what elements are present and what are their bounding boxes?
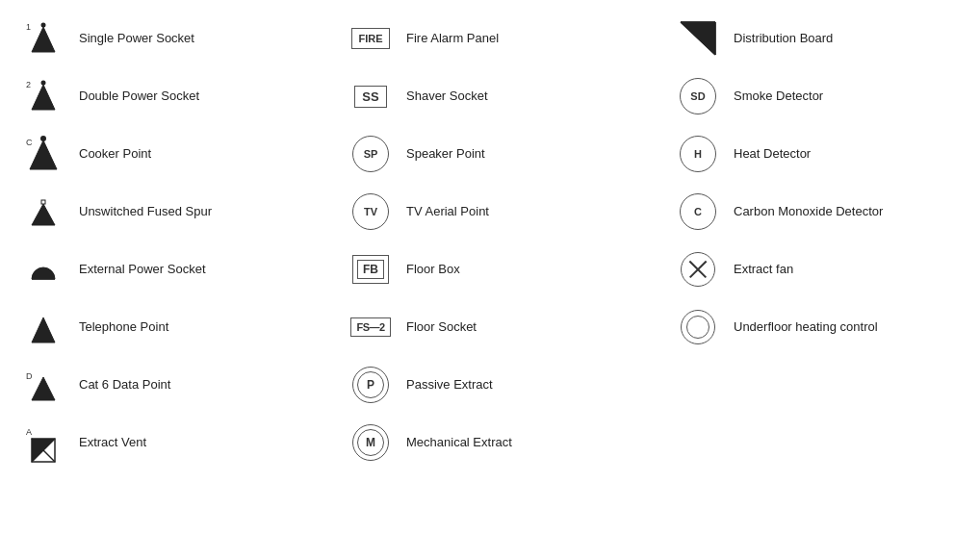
item-floor-box: FB Floor Box bbox=[343, 241, 670, 298]
label-single-power-socket: Single Power Socket bbox=[79, 31, 194, 47]
symbol-heat-detector: H bbox=[674, 136, 722, 172]
item-distribution-board: Distribution Board bbox=[670, 10, 980, 67]
item-shaver-socket: SS Shaver Socket bbox=[343, 67, 670, 125]
item-extract-vent: A Extract Vent bbox=[15, 414, 343, 471]
svg-text:A: A bbox=[26, 427, 32, 437]
svg-marker-9 bbox=[32, 204, 55, 225]
symbol-telephone-point bbox=[19, 306, 67, 348]
svg-marker-4 bbox=[32, 85, 55, 110]
item-single-power-socket: 1 Single Power Socket bbox=[15, 10, 343, 67]
symbol-cat6-data-point: D bbox=[19, 364, 67, 406]
symbol-external-power-socket bbox=[19, 248, 67, 291]
label-mechanical-extract: Mechanical Extract bbox=[406, 435, 512, 451]
item-telephone-point: Telephone Point bbox=[15, 298, 343, 356]
label-tv-aerial-point: TV Aerial Point bbox=[406, 204, 489, 220]
label-passive-extract: Passive Extract bbox=[406, 377, 493, 393]
label-shaver-socket: Shaver Socket bbox=[406, 89, 488, 105]
svg-text:D: D bbox=[26, 371, 33, 381]
svg-text:1: 1 bbox=[26, 22, 31, 32]
item-passive-extract: P Passive Extract bbox=[343, 356, 670, 414]
symbol-floor-socket: FS—2 bbox=[347, 317, 395, 337]
item-double-power-socket: 2 Double Power Socket bbox=[15, 67, 343, 125]
item-tv-aerial-point: TV TV Aerial Point bbox=[343, 183, 670, 241]
label-carbon-monoxide-detector: Carbon Monoxide Detector bbox=[734, 204, 883, 220]
symbol-fire-alarm-panel: FIRE bbox=[347, 28, 395, 49]
item-mechanical-extract: M Mechanical Extract bbox=[343, 414, 670, 471]
label-floor-box: Floor Box bbox=[406, 262, 460, 278]
item-floor-socket: FS—2 Floor Socket bbox=[343, 298, 670, 356]
item-cooker-point: C Cooker Point bbox=[15, 125, 343, 183]
item-unswitched-fused-spur: Unswitched Fused Spur bbox=[15, 183, 343, 241]
label-extract-vent: Extract Vent bbox=[79, 435, 146, 451]
svg-marker-12 bbox=[32, 317, 55, 343]
label-distribution-board: Distribution Board bbox=[734, 31, 833, 47]
column-1: 1 Single Power Socket 2 Double Power Soc… bbox=[15, 10, 343, 471]
svg-text:C: C bbox=[26, 138, 33, 147]
symbol-cooker-point: C bbox=[19, 133, 67, 175]
symbol-mechanical-extract: M bbox=[347, 424, 395, 461]
label-floor-socket: Floor Socket bbox=[406, 319, 477, 336]
item-fire-alarm-panel: FIRE Fire Alarm Panel bbox=[343, 10, 670, 67]
svg-text:2: 2 bbox=[26, 80, 31, 89]
symbol-passive-extract: P bbox=[347, 367, 395, 403]
label-cat6-data-point: Cat 6 Data Point bbox=[79, 377, 170, 393]
symbol-extract-vent: A bbox=[19, 421, 67, 464]
label-heat-detector: Heat Detector bbox=[734, 146, 811, 163]
label-extract-fan: Extract fan bbox=[734, 262, 793, 278]
svg-point-5 bbox=[41, 81, 46, 86]
symbol-speaker-point: SP bbox=[347, 136, 395, 172]
symbol-single-power-socket: 1 bbox=[19, 17, 67, 60]
label-external-power-socket: External Power Socket bbox=[79, 262, 206, 278]
column-3: Distribution Board SD Smoke Detector H H… bbox=[670, 10, 980, 471]
label-fire-alarm-panel: Fire Alarm Panel bbox=[406, 31, 499, 47]
item-cat6-data-point: D Cat 6 Data Point bbox=[15, 356, 343, 414]
label-speaker-point: Speaker Point bbox=[406, 146, 485, 163]
label-cooker-point: Cooker Point bbox=[79, 146, 151, 163]
svg-marker-7 bbox=[30, 140, 57, 169]
label-telephone-point: Telephone Point bbox=[79, 319, 168, 336]
item-underfloor-heating-control: Underfloor heating control bbox=[670, 298, 980, 356]
symbol-double-power-socket: 2 bbox=[19, 75, 67, 117]
svg-point-8 bbox=[40, 136, 46, 141]
svg-point-2 bbox=[41, 23, 46, 28]
label-underfloor-heating-control: Underfloor heating control bbox=[734, 319, 878, 336]
item-extract-fan: Extract fan bbox=[670, 241, 980, 298]
legend-grid: 1 Single Power Socket 2 Double Power Soc… bbox=[15, 10, 965, 471]
symbol-smoke-detector: SD bbox=[674, 78, 722, 114]
svg-marker-14 bbox=[32, 377, 55, 400]
symbol-extract-fan bbox=[674, 252, 722, 287]
symbol-tv-aerial-point: TV bbox=[347, 193, 395, 230]
label-smoke-detector: Smoke Detector bbox=[734, 89, 823, 105]
symbol-carbon-monoxide-detector: C bbox=[674, 193, 722, 230]
item-smoke-detector: SD Smoke Detector bbox=[670, 67, 980, 125]
item-speaker-point: SP Speaker Point bbox=[343, 125, 670, 183]
column-2: FIRE Fire Alarm Panel SS Shaver Socket S… bbox=[343, 10, 670, 471]
item-heat-detector: H Heat Detector bbox=[670, 125, 980, 183]
item-carbon-monoxide-detector: C Carbon Monoxide Detector bbox=[670, 183, 980, 241]
label-unswitched-fused-spur: Unswitched Fused Spur bbox=[79, 204, 212, 220]
svg-marker-1 bbox=[32, 27, 55, 52]
item-external-power-socket: External Power Socket bbox=[15, 241, 343, 298]
svg-rect-10 bbox=[41, 200, 45, 204]
symbol-unswitched-fused-spur bbox=[19, 190, 67, 233]
symbol-shaver-socket: SS bbox=[347, 86, 395, 108]
label-double-power-socket: Double Power Socket bbox=[79, 89, 199, 105]
symbol-distribution-board bbox=[674, 20, 722, 57]
symbol-floor-box: FB bbox=[347, 255, 395, 284]
symbol-underfloor-heating-control bbox=[674, 310, 722, 344]
